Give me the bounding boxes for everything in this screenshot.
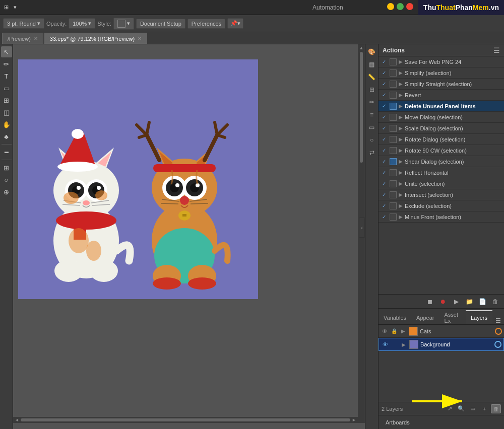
- align-icon[interactable]: ≡: [366, 109, 377, 120]
- shape-tool[interactable]: ▭: [1, 83, 12, 94]
- minimize-btn[interactable]: [387, 3, 394, 10]
- action-item-13[interactable]: ✓ ▶ Exclude (selection): [379, 200, 504, 211]
- circle-icon[interactable]: ○: [366, 134, 377, 146]
- style-selector[interactable]: ▾: [113, 18, 134, 30]
- tab-layers[interactable]: Layers: [466, 310, 492, 324]
- brush-icon[interactable]: ✏: [366, 97, 377, 108]
- pin-btn[interactable]: 📌▾: [227, 18, 243, 29]
- action-delete-btn[interactable]: 🗑: [490, 297, 501, 307]
- brand-phan: Phan: [456, 4, 473, 12]
- check-11: ✓: [381, 180, 388, 187]
- check-2: ✓: [381, 81, 388, 88]
- svg-point-27: [54, 260, 83, 282]
- artboards-tab[interactable]: Artboards: [382, 416, 414, 429]
- tab-variables[interactable]: Variables: [379, 310, 411, 324]
- zoom-tool[interactable]: ⊕: [1, 186, 12, 197]
- layer-expand-bg[interactable]: ▶: [400, 341, 407, 348]
- action-item-6[interactable]: ✓ ▶ Scale Dialog (selection): [379, 123, 504, 134]
- clover-tool[interactable]: ♣: [1, 131, 12, 142]
- grid-tool[interactable]: ⊞: [1, 95, 12, 106]
- tab-appear[interactable]: Appear: [411, 310, 439, 324]
- action-play-btn[interactable]: ▶: [451, 297, 462, 307]
- layers-icon[interactable]: ▦: [366, 59, 377, 70]
- canvas-bg: [18, 59, 258, 299]
- tab-0[interactable]: /Preview) ✕: [2, 33, 43, 44]
- action-new-set-btn[interactable]: 📁: [464, 297, 475, 307]
- app-menu-window[interactable]: ⊞: [4, 4, 9, 11]
- rect-icon[interactable]: ▭: [366, 122, 377, 133]
- name-11: Unite (selection): [405, 181, 502, 187]
- box-13: [390, 202, 397, 209]
- action-item-4[interactable]: ✓ ▶ Delete Unused Panel Items: [379, 101, 504, 112]
- panel-tab-menu[interactable]: ☰: [492, 317, 504, 324]
- horizontal-scrollbar[interactable]: ◄ ►: [13, 417, 358, 423]
- gradient-tool[interactable]: ◫: [1, 107, 12, 118]
- action-item-10[interactable]: ✓ ▶ Reflect Horizontal: [379, 167, 504, 178]
- action-item-0[interactable]: ✓ ▶ Save For Web PNG 24: [379, 56, 504, 67]
- arrow-4: ▶: [399, 103, 403, 109]
- draw-tool[interactable]: ✏: [1, 58, 12, 69]
- layer-visibility-cats[interactable]: 👁: [381, 327, 389, 335]
- color-picker-icon[interactable]: 🎨: [366, 46, 377, 57]
- action-item-14[interactable]: ✓ ▶ Minus Front (selection): [379, 211, 504, 223]
- svg-point-64: [153, 277, 181, 290]
- layer-visibility-bg[interactable]: 👁: [381, 340, 389, 348]
- move-tool[interactable]: ⊞: [1, 162, 12, 173]
- layer-expand-cats[interactable]: ▶: [400, 328, 407, 335]
- tab-asset-ex[interactable]: Asset Ex: [439, 310, 466, 324]
- ruler-icon[interactable]: 📏: [366, 72, 377, 83]
- action-item-7[interactable]: ✓ ▶ Rotate Dialog (selection): [379, 134, 504, 145]
- scroll-left-btn[interactable]: ◄: [15, 417, 19, 422]
- layer-lock-bg[interactable]: [391, 341, 398, 348]
- layer-delete-btn[interactable]: 🗑: [491, 404, 501, 413]
- brush-size-selector[interactable]: 3 pt. Round ▾: [3, 18, 44, 29]
- action-item-1[interactable]: ✓ ▶ Simplify (selection): [379, 67, 504, 79]
- actions-panel-menu[interactable]: ☰: [493, 46, 500, 54]
- tab-0-close[interactable]: ✕: [34, 36, 38, 41]
- close-btn[interactable]: [406, 3, 413, 10]
- tab-1-close[interactable]: ✕: [138, 36, 142, 41]
- tab-variables-label: Variables: [384, 315, 406, 321]
- layer-name-cats: Cats: [420, 328, 493, 334]
- swap-icon[interactable]: ⇄: [366, 147, 377, 158]
- tab-1[interactable]: 33.eps* @ 79.12% (RGB/Preview) ✕: [44, 33, 147, 44]
- select-tool[interactable]: ↖: [1, 46, 12, 57]
- action-new-btn[interactable]: 📄: [477, 297, 488, 307]
- layer-name-bg: Background: [420, 341, 492, 347]
- scroll-up-btn[interactable]: ▲: [359, 45, 364, 50]
- hand-tool[interactable]: ✋: [1, 119, 12, 130]
- opacity-selector[interactable]: 100% ▾: [69, 18, 95, 29]
- action-item-12[interactable]: ✓ ▶ Intersect (selection): [379, 189, 504, 200]
- action-record-btn[interactable]: ⏺: [437, 297, 449, 307]
- layer-lock-cats[interactable]: 🔒: [391, 328, 398, 335]
- app-menu-down[interactable]: ▾: [14, 4, 17, 11]
- action-stop-btn[interactable]: ◼: [424, 297, 435, 307]
- brand-thu: Thu: [423, 4, 436, 12]
- box-5: [390, 114, 397, 121]
- stroke-tool[interactable]: ━: [1, 147, 12, 158]
- action-item-11[interactable]: ✓ ▶ Unite (selection): [379, 178, 504, 189]
- action-item-8[interactable]: ✓ ▶ Rotate 90 CW (selection): [379, 145, 504, 156]
- circle-tool[interactable]: ○: [1, 174, 12, 185]
- document-setup-btn[interactable]: Document Setup: [136, 19, 185, 29]
- check-7: ✓: [381, 136, 388, 143]
- scroll-right-btn[interactable]: ►: [352, 417, 356, 422]
- action-item-3[interactable]: ✓ ▶ Revert: [379, 90, 504, 101]
- maximize-btn[interactable]: [397, 3, 404, 10]
- preferences-btn[interactable]: Preferences: [187, 19, 225, 29]
- collapse-right-panel[interactable]: ‹: [359, 218, 365, 238]
- v-scrollbar-thumb[interactable]: [360, 52, 363, 163]
- opacity-value: 100%: [73, 21, 87, 27]
- action-item-2[interactable]: ✓ ▶ Simplify Straight (selection): [379, 79, 504, 90]
- action-item-5[interactable]: ✓ ▶ Move Dialog (selection): [379, 112, 504, 123]
- layer-item-background[interactable]: 👁 ▶ Background: [379, 338, 504, 351]
- layer-new-btn[interactable]: +: [479, 404, 489, 413]
- box-1: [390, 69, 397, 77]
- grid-icon[interactable]: ⊞: [366, 84, 377, 95]
- type-tool[interactable]: T: [1, 70, 12, 82]
- actions-toolbar: ◼ ⏺ ▶ 📁 📄 🗑: [379, 294, 504, 308]
- h-scrollbar-thumb[interactable]: [21, 418, 350, 421]
- opacity-label: Opacity:: [46, 21, 67, 27]
- action-item-9[interactable]: ✓ ▶ Shear Dialog (selection): [379, 156, 504, 167]
- layer-item-cats[interactable]: 👁 🔒 ▶ Cats: [379, 325, 504, 338]
